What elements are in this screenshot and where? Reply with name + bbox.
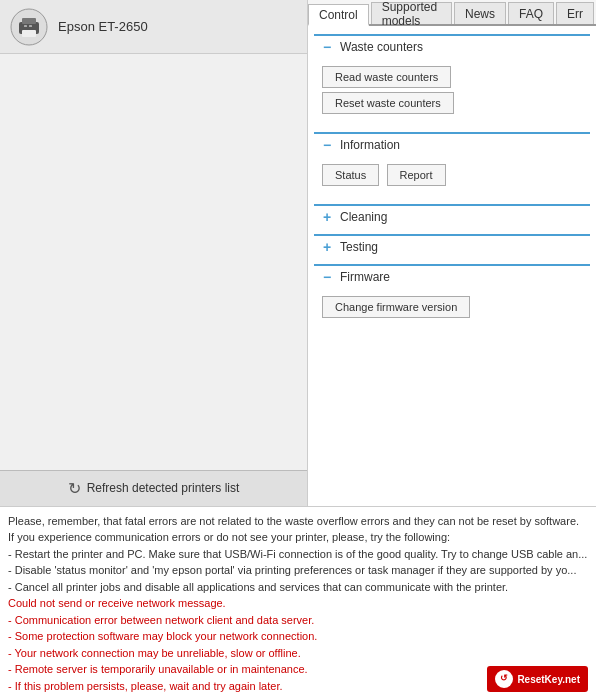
- report-button[interactable]: Report: [387, 164, 446, 186]
- tab-control[interactable]: Control: [308, 4, 369, 26]
- svg-rect-5: [29, 25, 32, 27]
- reset-circle-icon: ↺: [495, 670, 513, 688]
- svg-rect-2: [22, 18, 36, 24]
- printer-header: Epson ET-2650: [0, 0, 307, 54]
- bottom-red-line2: - Communication error between network cl…: [8, 612, 588, 629]
- waste-counters-collapse-icon: −: [320, 40, 334, 54]
- read-waste-counters-button[interactable]: Read waste counters: [322, 66, 451, 88]
- bottom-line2: - Disable 'status monitor' and 'my epson…: [8, 562, 588, 579]
- reset-waste-counters-button[interactable]: Reset waste counters: [322, 92, 454, 114]
- information-collapse-icon: −: [320, 138, 334, 152]
- information-title: Information: [340, 138, 400, 152]
- information-body: Status Report: [314, 160, 590, 198]
- printer-icon: [10, 8, 48, 46]
- waste-counters-title: Waste counters: [340, 40, 423, 54]
- firmware-collapse-icon: −: [320, 270, 334, 284]
- firmware-body: Change firmware version: [314, 292, 590, 330]
- printer-name: Epson ET-2650: [58, 19, 148, 34]
- refresh-label: Refresh detected printers list: [87, 481, 240, 495]
- change-firmware-button[interactable]: Change firmware version: [322, 296, 470, 318]
- section-waste-counters: − Waste counters Read waste counters Res…: [314, 34, 590, 126]
- bottom-area: Please, remember, that fatal errors are …: [0, 506, 596, 701]
- resetkey-label: ResetKey.net: [517, 672, 580, 687]
- bottom-line1: - Restart the printer and PC. Make sure …: [8, 546, 588, 563]
- testing-title: Testing: [340, 240, 378, 254]
- refresh-bar[interactable]: ↻ Refresh detected printers list: [0, 470, 307, 506]
- section-waste-counters-header[interactable]: − Waste counters: [314, 34, 590, 58]
- bottom-red-line3: - Some protection software may block you…: [8, 628, 588, 645]
- left-panel: Epson ET-2650 ↻ Refresh detected printer…: [0, 0, 308, 506]
- bottom-para1: Please, remember, that fatal errors are …: [8, 513, 588, 546]
- section-firmware: − Firmware Change firmware version: [314, 264, 590, 330]
- refresh-icon: ↻: [68, 479, 81, 498]
- section-testing-header[interactable]: + Testing: [314, 234, 590, 258]
- section-cleaning: + Cleaning: [314, 204, 590, 228]
- tab-supported-models[interactable]: Supported models: [371, 2, 452, 24]
- tab-err[interactable]: Err: [556, 2, 594, 24]
- section-testing: + Testing: [314, 234, 590, 258]
- section-firmware-header[interactable]: − Firmware: [314, 264, 590, 288]
- svg-rect-4: [24, 25, 27, 27]
- resetkey-badge: ↺ ResetKey.net: [487, 666, 588, 692]
- main-content: − Waste counters Read waste counters Res…: [308, 26, 596, 506]
- bottom-red-line4: - Your network connection may be unrelia…: [8, 645, 588, 662]
- waste-counters-body: Read waste counters Reset waste counters: [314, 62, 590, 126]
- status-button[interactable]: Status: [322, 164, 379, 186]
- section-information-header[interactable]: − Information: [314, 132, 590, 156]
- firmware-title: Firmware: [340, 270, 390, 284]
- tab-faq[interactable]: FAQ: [508, 2, 554, 24]
- tab-bar: Control Supported models News FAQ Err: [308, 0, 596, 26]
- left-content: [0, 54, 307, 470]
- cleaning-expand-icon: +: [320, 210, 334, 224]
- svg-rect-3: [22, 30, 36, 37]
- testing-expand-icon: +: [320, 240, 334, 254]
- section-information: − Information Status Report: [314, 132, 590, 198]
- bottom-line3: - Cancel all printer jobs and disable al…: [8, 579, 588, 596]
- section-cleaning-header[interactable]: + Cleaning: [314, 204, 590, 228]
- right-panel: Control Supported models News FAQ Err − …: [308, 0, 596, 506]
- bottom-red-line1: Could not send or receive network messag…: [8, 595, 588, 612]
- tab-news[interactable]: News: [454, 2, 506, 24]
- cleaning-title: Cleaning: [340, 210, 387, 224]
